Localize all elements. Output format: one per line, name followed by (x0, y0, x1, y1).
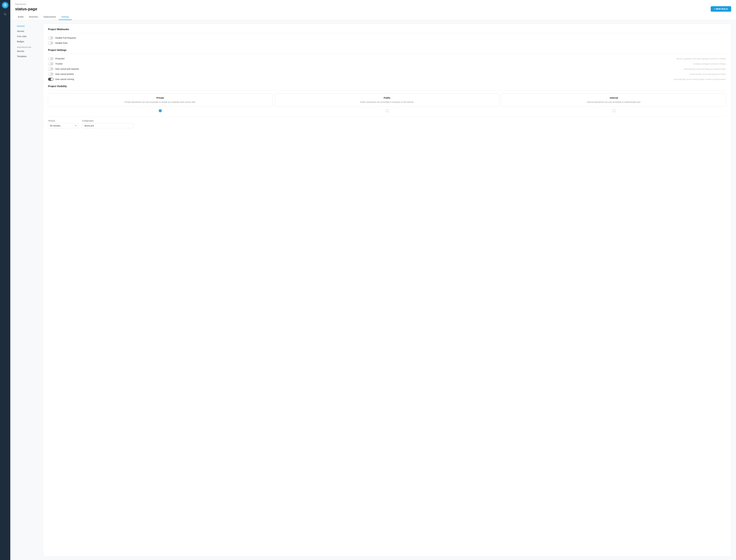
settings-panel: Project Webhooks Disable Pull Requests D… (43, 24, 731, 556)
toggle-label-disable-pull-requests: Disable Pull Requests (55, 37, 76, 39)
visibility-title: Project Visibility (48, 85, 726, 88)
toggle-auto-cancel-pushes[interactable] (48, 73, 53, 76)
radio-cell-internal (502, 109, 726, 112)
toggle-label-protected: Protected (55, 57, 64, 60)
toggle-disable-pull-requests[interactable] (48, 36, 53, 39)
svg-line-4 (6, 15, 6, 15)
toggle-desc-auto-cancel-pull-requests: Automatically cancel pending pull reques… (684, 68, 726, 70)
toggle-row-auto-cancel-pushes: Auto cancel pushes Automatically cancel … (48, 73, 726, 76)
breadcrumb: Repositories › (15, 3, 731, 5)
project-settings-title: Project Settings (48, 49, 726, 52)
toggle-protected[interactable] (48, 57, 53, 60)
tab-settings[interactable]: Settings (59, 14, 72, 20)
header-row: status-page + NEW BUILD (15, 6, 731, 12)
toggle-trusted[interactable] (48, 62, 53, 65)
toggle-left-protected: Protected (48, 57, 64, 60)
sidebar-item-cron-jobs[interactable]: Cron Jobs (15, 34, 39, 39)
visibility-card-internal[interactable]: Internal Internal repositories are only … (502, 93, 726, 107)
sidebar (0, 0, 10, 560)
timeout-label: Timeout (48, 120, 78, 122)
toggle-left-auto-cancel-pull-requests: Auto cancel pull requests (48, 67, 79, 70)
toggle-row-disable-pull-requests: Disable Pull Requests (48, 36, 726, 39)
toggle-left-auto-cancel-running: Auto cancel running (48, 78, 74, 81)
toggle-left-disable-pull-requests: Disable Pull Requests (48, 36, 76, 39)
new-build-button[interactable]: + NEW BUILD (711, 6, 731, 12)
visibility-card-private-desc: Private repositories are only accessible… (51, 101, 270, 104)
sidebar-item-badges[interactable]: Badges (15, 39, 39, 44)
visibility-divider (48, 90, 726, 90)
org-section-label: ORGANIZATION (15, 44, 39, 49)
toggle-label-auto-cancel-pushes: Auto cancel pushes (55, 73, 74, 75)
toggle-label-auto-cancel-pull-requests: Auto cancel pull requests (55, 68, 79, 70)
visibility-card-public-title: Public (277, 96, 497, 99)
tab-deployments[interactable]: Deployments (41, 14, 59, 20)
svg-point-1 (4, 4, 6, 6)
main-content: Repositories › status-page + NEW BUILD B… (10, 0, 736, 560)
toggle-row-disable-forks: Disable forks (48, 42, 726, 45)
timeout-select[interactable]: 60 minutes 30 minutes 90 minutes 120 min… (48, 123, 78, 128)
content-area: General Secrets Cron Jobs Badges ORGANIZ… (10, 20, 736, 560)
visibility-card-internal-desc: Internal repositories are only accessibl… (504, 101, 724, 104)
breadcrumb-chevron-icon: › (27, 3, 28, 5)
toggle-row-protected: Protected Blocks a pipeline if the yaml … (48, 57, 726, 60)
radio-public[interactable] (386, 109, 389, 112)
toggle-desc-trusted: Enables privileged container settings. (694, 63, 726, 65)
page-title: status-page (15, 7, 37, 11)
toggle-label-trusted: Trusted (55, 63, 62, 65)
toggle-row-auto-cancel-running: Auto cancel running Automatically cancel… (48, 78, 726, 81)
svg-point-2 (5, 4, 5, 4)
visibility-card-public[interactable]: Public Public repositories are accessibl… (275, 93, 499, 107)
radio-internal[interactable] (612, 109, 615, 112)
toggle-auto-cancel-pull-requests[interactable] (48, 67, 53, 70)
project-settings-section: Project Settings Protected Blocks a pipe… (48, 49, 726, 81)
sidebar-item-org-secrets[interactable]: Secrets (15, 49, 39, 54)
configuration-group: Configuration (82, 120, 133, 128)
app-logo[interactable] (2, 2, 8, 8)
toggle-disable-forks[interactable] (48, 42, 53, 45)
header: Repositories › status-page + NEW BUILD B… (10, 0, 736, 20)
toggle-left-trusted: Trusted (48, 62, 62, 65)
timeout-group: Timeout 60 minutes 30 minutes 90 minutes… (48, 120, 78, 128)
visibility-card-public-desc: Public repositories are accessible to ev… (277, 101, 497, 104)
radio-cell-private (48, 109, 272, 112)
toggle-row-auto-cancel-pull-requests: Auto cancel pull requests Automatically … (48, 67, 726, 70)
toggle-left-auto-cancel-pushes: Auto cancel pushes (48, 73, 74, 76)
breadcrumb-repositories[interactable]: Repositories (15, 3, 26, 5)
search-icon[interactable] (2, 12, 8, 18)
tabs: Builds Branches Deployments Settings (15, 14, 731, 20)
sidebar-item-general[interactable]: General (15, 24, 39, 28)
webhooks-title: Project Webhooks (48, 28, 726, 31)
configuration-label: Configuration (82, 120, 133, 122)
toggle-desc-auto-cancel-pushes: Automatically cancel pending push builds… (690, 73, 726, 75)
toggle-label-auto-cancel-running: Auto cancel running (55, 78, 74, 80)
toggle-desc-auto-cancel-running: Automatically cancel running builds if n… (673, 78, 726, 80)
tab-builds[interactable]: Builds (15, 14, 26, 20)
bottom-divider (48, 116, 726, 117)
visibility-card-private-title: Private (51, 96, 270, 99)
visibility-card-private[interactable]: Private Private repositories are only ac… (48, 93, 272, 107)
radio-private[interactable] (159, 109, 162, 112)
left-nav: General Secrets Cron Jobs Badges ORGANIZ… (15, 24, 39, 556)
webhooks-section: Project Webhooks Disable Pull Requests D… (48, 28, 726, 45)
visibility-radio-row (48, 109, 726, 112)
toggle-row-trusted: Trusted Enables privileged container set… (48, 62, 726, 65)
configuration-input[interactable] (82, 123, 133, 128)
toggle-left-disable-forks: Disable forks (48, 42, 68, 45)
visibility-section: Project Visibility Private Private repos… (48, 85, 726, 112)
form-row: Timeout 60 minutes 30 minutes 90 minutes… (48, 120, 726, 128)
tab-branches[interactable]: Branches (26, 14, 41, 20)
visibility-cards: Private Private repositories are only ac… (48, 93, 726, 107)
radio-cell-public (275, 109, 499, 112)
toggle-auto-cancel-running[interactable] (48, 78, 53, 81)
visibility-card-internal-title: Internal (504, 96, 724, 99)
toggle-label-disable-forks: Disable forks (55, 42, 68, 44)
sidebar-item-org-templates[interactable]: Templates (15, 54, 39, 59)
sidebar-item-secrets[interactable]: Secrets (15, 29, 39, 34)
toggle-desc-protected: Blocks a pipeline if the yaml signature … (677, 58, 726, 60)
